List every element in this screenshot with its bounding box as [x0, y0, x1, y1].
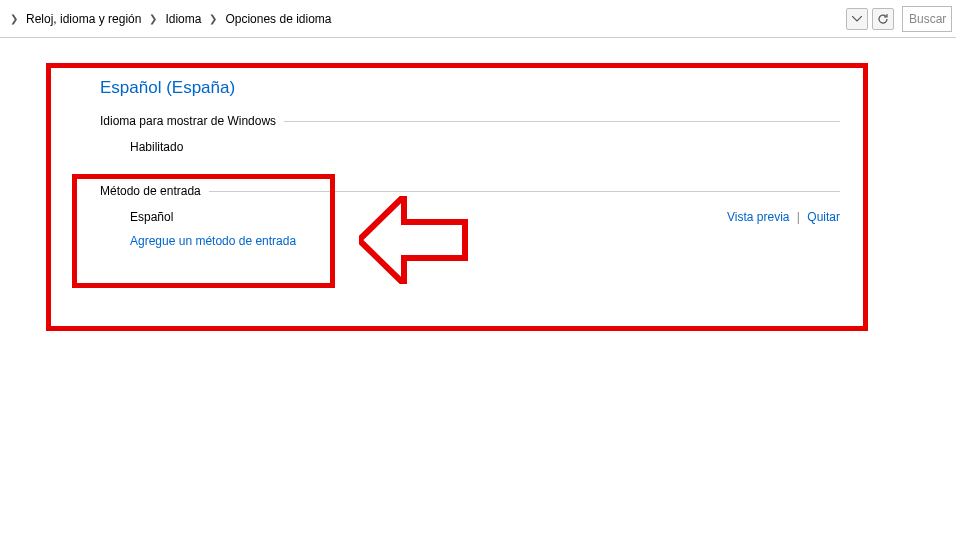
display-language-section-header: Idioma para mostrar de Windows — [100, 114, 840, 128]
address-bar: ❯ Reloj, idioma y región ❯ Idioma ❯ Opci… — [0, 0, 956, 38]
breadcrumb-item-language[interactable]: Idioma — [161, 10, 205, 28]
breadcrumb-item-clock[interactable]: Reloj, idioma y región — [22, 10, 145, 28]
content-area: Español (España) Idioma para mostrar de … — [0, 38, 956, 248]
nav-controls — [846, 8, 894, 30]
input-method-label: Método de entrada — [100, 184, 209, 198]
chevron-right-icon[interactable]: ❯ — [145, 13, 161, 24]
breadcrumb: ❯ Reloj, idioma y región ❯ Idioma ❯ Opci… — [4, 6, 838, 32]
refresh-button[interactable] — [872, 8, 894, 30]
input-method-actions: Vista previa | Quitar — [727, 210, 840, 224]
display-language-status: Habilitado — [100, 140, 840, 154]
divider — [209, 191, 840, 192]
page-title: Español (España) — [100, 78, 956, 98]
input-method-section-header: Método de entrada — [100, 184, 840, 198]
chevron-right-icon[interactable]: ❯ — [205, 13, 221, 24]
history-dropdown-button[interactable] — [846, 8, 868, 30]
chevron-right-icon[interactable]: ❯ — [6, 13, 22, 24]
input-method-name: Español — [130, 210, 173, 224]
breadcrumb-item-options[interactable]: Opciones de idioma — [221, 10, 335, 28]
search-placeholder: Buscar — [909, 12, 946, 26]
preview-link[interactable]: Vista previa — [727, 210, 789, 224]
input-method-row: Español Vista previa | Quitar — [100, 210, 840, 224]
separator: | — [793, 210, 804, 224]
add-input-method-link[interactable]: Agregue un método de entrada — [100, 234, 840, 248]
remove-link[interactable]: Quitar — [807, 210, 840, 224]
display-language-label: Idioma para mostrar de Windows — [100, 114, 284, 128]
search-input[interactable]: Buscar — [902, 6, 952, 32]
divider — [284, 121, 840, 122]
